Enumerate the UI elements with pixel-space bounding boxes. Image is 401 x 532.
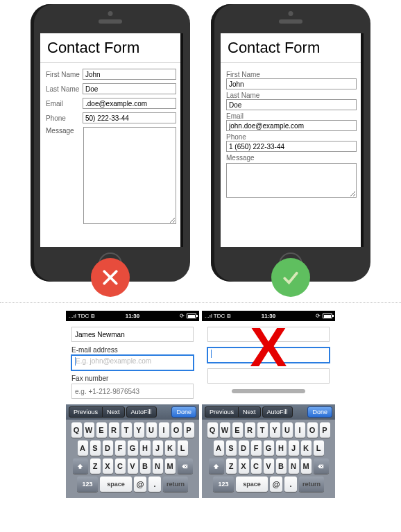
key-space[interactable]: space xyxy=(236,477,268,492)
key-c[interactable]: C xyxy=(251,458,262,474)
email-input[interactable] xyxy=(226,120,357,131)
key-123[interactable]: 123 xyxy=(213,477,234,492)
key-shift[interactable] xyxy=(209,458,224,474)
key-i[interactable]: I xyxy=(159,422,169,438)
key-j[interactable]: J xyxy=(289,440,299,456)
phone-label: Phone xyxy=(226,133,357,141)
next-button[interactable]: Next xyxy=(238,406,261,418)
phone-input[interactable] xyxy=(83,112,176,123)
key-u[interactable]: U xyxy=(146,422,157,438)
key-w[interactable]: W xyxy=(84,422,94,438)
key-b[interactable]: B xyxy=(140,458,151,474)
key-x[interactable]: X xyxy=(239,458,249,474)
key-l[interactable]: L xyxy=(178,440,188,456)
key-return[interactable]: return xyxy=(299,477,324,492)
key-q[interactable]: Q xyxy=(207,422,218,438)
next-button[interactable]: Next xyxy=(102,406,125,418)
key-123[interactable]: 123 xyxy=(77,477,98,492)
autofill-button[interactable]: AutoFill xyxy=(126,406,157,418)
done-button[interactable]: Done xyxy=(307,406,332,418)
key-k[interactable]: K xyxy=(301,440,312,456)
verdict-badge-bad xyxy=(91,258,130,297)
scrollbar[interactable] xyxy=(361,33,364,247)
key-m[interactable]: M xyxy=(301,458,312,474)
key-t[interactable]: T xyxy=(257,422,268,438)
email-input[interactable] xyxy=(83,98,176,109)
key-t[interactable]: T xyxy=(121,422,132,438)
key-l[interactable]: L xyxy=(314,440,324,456)
key-v[interactable]: V xyxy=(128,458,138,474)
key-shift[interactable] xyxy=(73,458,88,474)
fax-input[interactable] xyxy=(207,368,330,384)
key-k[interactable]: K xyxy=(165,440,176,456)
key-b[interactable]: B xyxy=(276,458,287,474)
first-name-input[interactable] xyxy=(226,78,357,89)
key-e[interactable]: E xyxy=(96,422,107,438)
kb-row-4: 123 space @ . return xyxy=(204,477,333,492)
key-d[interactable]: D xyxy=(239,440,249,456)
key-y[interactable]: Y xyxy=(134,422,144,438)
key-dot[interactable]: . xyxy=(148,477,161,492)
message-input[interactable] xyxy=(83,127,176,224)
key-s[interactable]: S xyxy=(226,440,237,456)
key-r[interactable]: R xyxy=(245,422,255,438)
key-at[interactable]: @ xyxy=(270,477,282,492)
key-o[interactable]: O xyxy=(307,422,318,438)
key-a[interactable]: A xyxy=(78,440,88,456)
key-x[interactable]: X xyxy=(103,458,113,474)
key-y[interactable]: Y xyxy=(270,422,280,438)
key-z[interactable]: Z xyxy=(226,458,237,474)
key-space[interactable]: space xyxy=(100,477,132,492)
key-dot[interactable]: . xyxy=(284,477,297,492)
key-return[interactable]: return xyxy=(163,477,188,492)
fax-input[interactable] xyxy=(71,384,194,399)
key-c[interactable]: C xyxy=(115,458,126,474)
message-input[interactable] xyxy=(226,163,357,198)
phone-input[interactable] xyxy=(226,141,357,152)
first-name-input[interactable] xyxy=(83,69,176,80)
phone-screen: Contact Form First Name Last Name Email … xyxy=(221,33,362,247)
key-n[interactable]: N xyxy=(153,458,163,474)
key-backspace[interactable] xyxy=(178,458,193,474)
key-h[interactable]: H xyxy=(276,440,287,456)
key-n[interactable]: N xyxy=(289,458,299,474)
name-input[interactable] xyxy=(207,327,330,342)
key-v[interactable]: V xyxy=(264,458,274,474)
key-s[interactable]: S xyxy=(90,440,101,456)
key-r[interactable]: R xyxy=(109,422,119,438)
key-m[interactable]: M xyxy=(165,458,176,474)
key-g[interactable]: G xyxy=(128,440,138,456)
form-assistant-bar: Previous Next AutoFill Done xyxy=(202,404,335,420)
key-p[interactable]: P xyxy=(184,422,194,438)
key-backspace[interactable] xyxy=(314,458,329,474)
backspace-icon xyxy=(317,463,325,470)
previous-button[interactable]: Previous xyxy=(69,406,103,418)
key-p[interactable]: P xyxy=(320,422,330,438)
key-e[interactable]: E xyxy=(232,422,243,438)
key-f[interactable]: F xyxy=(251,440,262,456)
battery-icon xyxy=(187,314,196,318)
name-input[interactable] xyxy=(71,327,194,342)
key-j[interactable]: J xyxy=(153,440,163,456)
last-name-input[interactable] xyxy=(83,83,176,94)
autofill-button[interactable]: AutoFill xyxy=(262,406,293,418)
key-g[interactable]: G xyxy=(264,440,274,456)
key-f[interactable]: F xyxy=(115,440,126,456)
key-w[interactable]: W xyxy=(220,422,230,438)
key-o[interactable]: O xyxy=(171,422,182,438)
orientation-lock-icon: ⟳ xyxy=(316,313,321,319)
email-input[interactable]: E.g. john@example.com xyxy=(71,355,194,370)
last-name-input[interactable] xyxy=(226,99,357,110)
key-q[interactable]: Q xyxy=(71,422,82,438)
key-a[interactable]: A xyxy=(214,440,224,456)
previous-button[interactable]: Previous xyxy=(205,406,239,418)
key-at[interactable]: @ xyxy=(134,477,146,492)
key-i[interactable]: I xyxy=(295,422,305,438)
done-button[interactable]: Done xyxy=(171,406,196,418)
email-input[interactable] xyxy=(207,347,330,363)
key-u[interactable]: U xyxy=(282,422,293,438)
key-h[interactable]: H xyxy=(140,440,151,456)
key-z[interactable]: Z xyxy=(90,458,101,474)
scrollbar[interactable] xyxy=(180,33,183,247)
key-d[interactable]: D xyxy=(103,440,113,456)
